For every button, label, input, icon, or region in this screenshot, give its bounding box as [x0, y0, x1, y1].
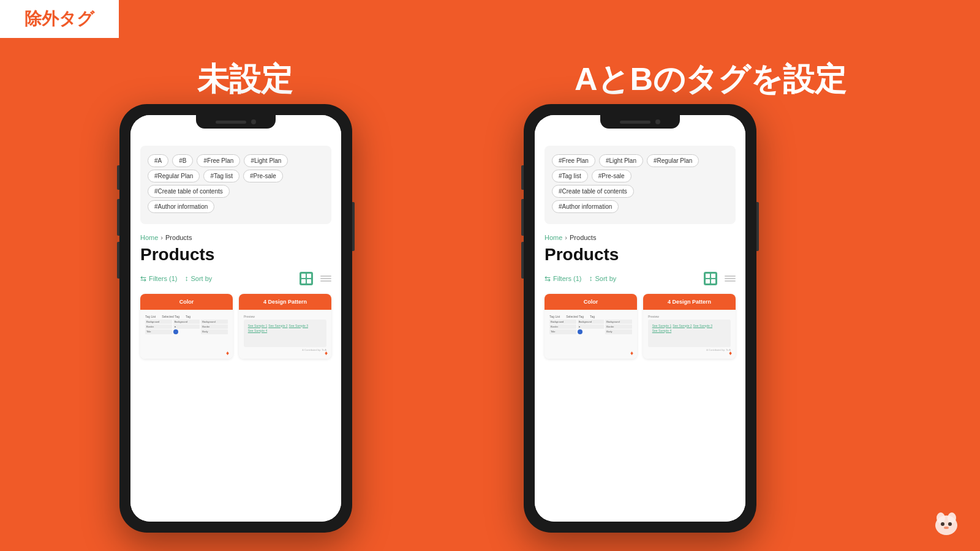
- right-tag-light-plan: #Light Plan: [599, 154, 643, 167]
- left-breadcrumb-sep: ›: [160, 234, 163, 241]
- right-breadcrumb-home[interactable]: Home: [545, 234, 562, 241]
- filter-icon-right: ⇆: [545, 274, 551, 283]
- left-tags-row-1: #A #B #Free Plan #Light Plan: [148, 154, 324, 167]
- left-card-design[interactable]: 4 Design Pattern Preview See Sample 1 Se…: [239, 294, 331, 359]
- right-section-title: AとBのタグを設定: [527, 58, 894, 101]
- left-breadcrumb-home[interactable]: Home: [140, 234, 158, 241]
- list-line-1: [320, 276, 331, 277]
- right-sort-label: Sort by: [595, 275, 616, 282]
- tag-tag-list: #Tag list: [203, 170, 239, 182]
- header-label-text: 除外タグ: [24, 9, 94, 28]
- svg-point-3: [941, 522, 944, 526]
- left-phone: #A #B #Free Plan #Light Plan #Regular Pl…: [119, 104, 352, 533]
- left-card-design-preview: Preview See Sample 1 See Sample 2 See Sa…: [239, 310, 331, 359]
- right-products-grid: Color Tag List Selected Tag Tag Backgrou…: [545, 294, 736, 359]
- camera-left: [251, 119, 256, 124]
- left-filter-label: Filters (1): [149, 275, 177, 282]
- grid-cell-1: [301, 274, 306, 278]
- sort-icon-right: ↕: [589, 274, 592, 283]
- left-filter-btn[interactable]: ⇆ Filters (1): [140, 274, 177, 283]
- left-toolbar: ⇆ Filters (1) ↕ Sort by: [140, 272, 331, 285]
- left-breadcrumb-current: Products: [165, 234, 192, 241]
- svg-point-5: [944, 527, 949, 529]
- right-tags-row-3: #Create table of contents: [552, 185, 728, 198]
- right-tags-area: #Free Plan #Light Plan #Regular Plan #Ta…: [545, 146, 736, 224]
- left-tags-row-4: #Author information: [148, 200, 324, 213]
- right-breadcrumb-sep: ›: [565, 234, 567, 241]
- side-btn-left-3: [117, 242, 119, 279]
- phone-notch-right: [600, 115, 680, 129]
- left-sort-label: Sort by: [190, 275, 212, 282]
- right-toolbar: ⇆ Filters (1) ↕ Sort by: [545, 272, 736, 285]
- tag-create-toc: #Create table of contents: [148, 185, 230, 198]
- right-filter-btn[interactable]: ⇆ Filters (1): [545, 274, 581, 283]
- right-tag-presale: #Pre-sale: [592, 170, 631, 182]
- side-btn-left-1: [117, 165, 119, 190]
- list-line-2: [320, 278, 331, 279]
- list-line-3: [320, 280, 331, 282]
- left-tags-row-3: #Create table of contents: [148, 185, 324, 198]
- right-grid-cell-1: [706, 274, 710, 278]
- right-list-line-2: [725, 278, 736, 279]
- side-btn-right-phone-left-3: [521, 242, 524, 279]
- left-card-color-bookmark: ♦: [226, 350, 229, 356]
- right-card-color[interactable]: Color Tag List Selected Tag Tag Backgrou…: [545, 294, 637, 359]
- phone-notch-left: [196, 115, 276, 129]
- right-sort-btn[interactable]: ↕ Sort by: [589, 274, 616, 283]
- left-tags-row-2: #Regular Plan #Tag list #Pre-sale: [148, 170, 324, 182]
- grid-cell-2: [307, 274, 311, 278]
- right-card-design[interactable]: 4 Design Pattern Preview See Sample 1 Se…: [643, 294, 736, 359]
- right-tag-tag-list: #Tag list: [552, 170, 588, 182]
- left-card-color[interactable]: Color Tag List Selected Tag Tag Backgrou…: [140, 294, 233, 359]
- right-screen-content: #Free Plan #Light Plan #Regular Plan #Ta…: [535, 115, 745, 522]
- camera-right: [655, 119, 660, 124]
- tag-regular-plan: #Regular Plan: [148, 170, 200, 182]
- left-products-grid: Color Tag List Selected Tag Tag Backgrou…: [140, 294, 331, 359]
- side-btn-left-2: [117, 199, 119, 236]
- left-tags-area: #A #B #Free Plan #Light Plan #Regular Pl…: [140, 146, 331, 224]
- right-phone: #Free Plan #Light Plan #Regular Plan #Ta…: [524, 104, 756, 533]
- svg-point-4: [948, 522, 952, 526]
- tag-author-info: #Author information: [148, 200, 214, 213]
- left-card-design-bookmark: ♦: [325, 350, 328, 356]
- right-preview-links-2: See Sample 4: [652, 329, 727, 332]
- preview-links-2: See Sample 4: [248, 329, 323, 332]
- right-card-design-preview: Preview See Sample 1 See Sample 2 See Sa…: [643, 310, 736, 359]
- right-tag-author-info: #Author information: [552, 200, 619, 213]
- sort-icon-left: ↕: [184, 274, 188, 283]
- right-tags-row-2: #Tag list #Pre-sale: [552, 170, 728, 182]
- left-view-grid-btn[interactable]: [300, 272, 313, 285]
- right-card-design-header: 4 Design Pattern: [643, 294, 736, 310]
- left-screen-content: #A #B #Free Plan #Light Plan #Regular Pl…: [130, 115, 341, 522]
- left-sort-btn[interactable]: ↕ Sort by: [184, 274, 212, 283]
- right-list-line-1: [725, 276, 736, 277]
- left-view-list-btn[interactable]: [320, 276, 331, 282]
- speaker-right: [620, 121, 650, 124]
- preview-img-area: See Sample 1 See Sample 2 See Sample 3 S…: [244, 320, 326, 347]
- right-breadcrumb: Home › Products: [545, 234, 736, 241]
- byline-left: & Contributed by: To A: [244, 348, 326, 351]
- right-tag-free-plan: #Free Plan: [552, 154, 595, 167]
- right-preview-label: Preview: [648, 315, 731, 318]
- tag-light-plan: #Light Plan: [244, 154, 288, 167]
- preview-links: See Sample 1 See Sample 2 See Sample 3: [248, 324, 323, 328]
- svg-point-2: [948, 512, 956, 523]
- right-card-design-bookmark: ♦: [729, 350, 732, 356]
- card-table-label: Tag List Selected Tag Tag Background Bac…: [145, 315, 228, 334]
- byline-right: & Contributed by: To A: [648, 348, 731, 351]
- right-tag-create-toc: #Create table of contents: [552, 185, 634, 198]
- left-section-title: 未設定: [123, 58, 368, 101]
- left-card-design-header: 4 Design Pattern: [239, 294, 331, 310]
- right-tags-row-4: #Author information: [552, 200, 728, 213]
- tag-a: #A: [148, 154, 168, 167]
- right-view-grid-btn[interactable]: [704, 272, 717, 285]
- speaker-left: [216, 121, 246, 124]
- right-view-list-btn[interactable]: [725, 276, 736, 282]
- side-btn-right-phone-left-2: [521, 199, 524, 236]
- right-tag-regular-plan: #Regular Plan: [647, 154, 699, 167]
- right-grid-cell-4: [711, 279, 715, 283]
- left-page-title: Products: [140, 245, 331, 264]
- right-card-color-header: Color: [545, 294, 637, 310]
- side-btn-right-phone-left-1: [521, 165, 524, 190]
- grid-cell-3: [301, 279, 306, 283]
